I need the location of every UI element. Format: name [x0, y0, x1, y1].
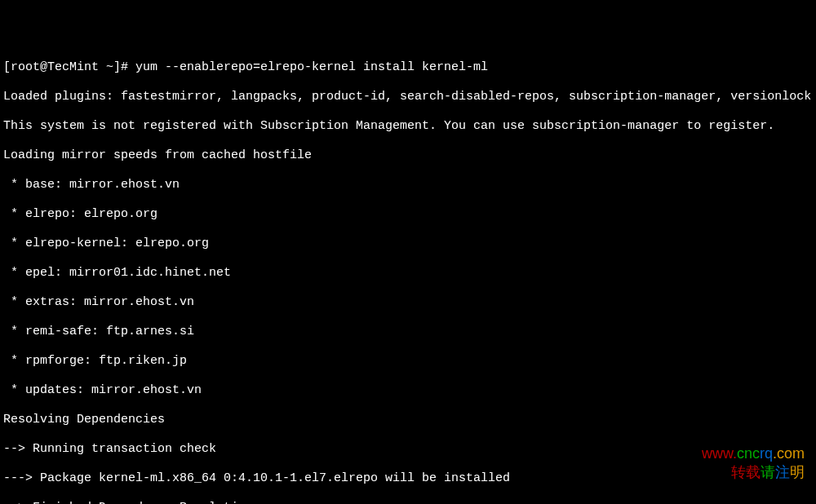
mirror-elk: * elrepo-kernel: elrepo.org — [3, 237, 813, 251]
watermark-url: www.cncrq.com — [702, 444, 805, 463]
mirror-elrepo: * elrepo: elrepo.org — [3, 207, 813, 222]
out-loaded: Loaded plugins: fastestmirror, langpacks… — [3, 90, 813, 104]
mirror-upd: * updates: mirror.ehost.vn — [3, 383, 813, 398]
out-finres: --> Finished Dependency Resolution — [3, 501, 813, 504]
typed-command: yum --enablerepo=elrepo-kernel install k… — [135, 60, 488, 74]
prompt-line[interactable]: [root@TecMint ~]# yum --enablerepo=elrep… — [3, 60, 813, 75]
watermark-note: 转载请注明 — [702, 463, 805, 482]
out-pkgline: ---> Package kernel-ml.x86_64 0:4.10.1-1… — [3, 471, 813, 486]
mirror-epel: * epel: mirror01.idc.hinet.net — [3, 266, 813, 281]
mirror-extras: * extras: mirror.ehost.vn — [3, 295, 813, 310]
out-txcheck: --> Running transaction check — [3, 442, 813, 457]
out-notreg: This system is not registered with Subsc… — [3, 119, 813, 134]
out-resolv: Resolving Dependencies — [3, 413, 813, 427]
shell-prompt: [root@TecMint ~]# — [3, 60, 135, 74]
mirror-base: * base: mirror.ehost.vn — [3, 178, 813, 192]
mirror-rpm: * rpmforge: ftp.riken.jp — [3, 354, 813, 369]
watermark: www.cncrq.com 转载请注明 — [702, 444, 805, 481]
out-mirrors: Loading mirror speeds from cached hostfi… — [3, 148, 813, 163]
mirror-remi: * remi-safe: ftp.arnes.si — [3, 325, 813, 339]
